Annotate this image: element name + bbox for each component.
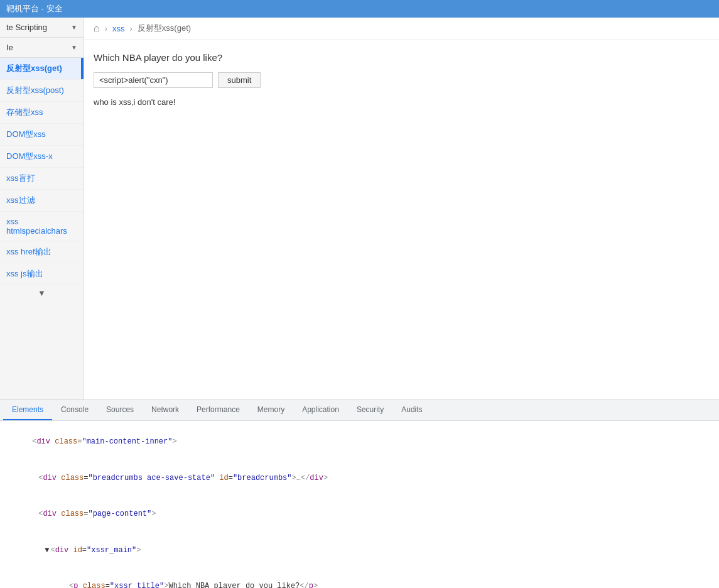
sidebar-item-label: xss htmlspecialchars (6, 217, 67, 236)
code-line-3: <div class="page-content"> (5, 496, 714, 533)
sidebar-item-label: xss href输出 (6, 247, 51, 256)
tab-security[interactable]: Security (348, 400, 392, 420)
breadcrumb-separator-1: › (105, 24, 107, 33)
breadcrumb: ⌂ › xss › 反射型xss(get) (84, 18, 719, 40)
breadcrumb-current: 反射型xss(get) (138, 23, 191, 34)
code-line-2: <div class="breadcrumbs ace-save-state" … (5, 460, 714, 497)
code-line-1: <div class="main-content-inner"> (5, 424, 714, 460)
devtools-tabs-bar: Elements Console Sources Network Perform… (0, 400, 719, 421)
sidebar-ie-label: Ie (6, 43, 13, 52)
tab-elements[interactable]: Elements (3, 400, 52, 420)
breadcrumb-separator-2: › (130, 24, 132, 33)
code-line-4[interactable]: <div id="xssr_main"> (5, 533, 714, 569)
sidebar-header-scripting[interactable]: te Scripting ▼ (0, 18, 84, 37)
tab-network[interactable]: Network (143, 400, 188, 420)
sidebar-item-label: 反射型xss(get) (6, 63, 62, 73)
sidebar-item-xss-htmlspecialchars[interactable]: xss htmlspecialchars (0, 212, 84, 241)
sidebar-item-label: xss js输出 (6, 269, 43, 278)
chevron-down-icon: ▼ (71, 24, 77, 31)
main-content: ⌂ › xss › 反射型xss(get) Which NBA player d… (84, 18, 719, 400)
message-input[interactable] (94, 72, 213, 88)
tab-audits[interactable]: Audits (392, 400, 431, 420)
sidebar-item-label: DOM型xss (6, 129, 46, 139)
page-content-area: Which NBA player do you like? submit who… (84, 40, 719, 119)
sidebar-item-label: xss盲打 (6, 173, 35, 183)
sidebar-section-scripting: te Scripting ▼ (0, 18, 84, 38)
devtools-panel: Elements Console Sources Network Perform… (0, 400, 719, 588)
sidebar-item-label: 反射型xss(post) (6, 85, 64, 95)
sidebar-scroll-down[interactable]: ▼ (0, 285, 84, 301)
submit-button[interactable]: submit (218, 72, 261, 88)
top-bar: 靶机平台 - 安全 (0, 0, 719, 18)
sidebar-header-ie[interactable]: Ie ▼ (0, 38, 84, 57)
tab-console[interactable]: Console (52, 400, 97, 420)
sidebar-item-xss-href[interactable]: xss href输出 (0, 241, 84, 263)
breadcrumb-link-xss[interactable]: xss (112, 24, 125, 33)
sidebar-scripting-label: te Scripting (6, 23, 47, 32)
tab-application[interactable]: Application (293, 400, 348, 420)
sidebar: te Scripting ▼ Ie ▼ 反射型xss(get) 反射型xss(p… (0, 18, 84, 400)
main-layout: te Scripting ▼ Ie ▼ 反射型xss(get) 反射型xss(p… (0, 18, 719, 400)
top-bar-text: 靶机平台 - 安全 (6, 3, 63, 14)
chevron-down-icon-2: ▼ (71, 44, 77, 51)
devtools-elements-panel: <div class="main-content-inner"> <div cl… (0, 421, 719, 588)
sidebar-item-stored-xss[interactable]: 存储型xss (0, 102, 84, 124)
xss-form: submit (94, 72, 710, 88)
tab-sources[interactable]: Sources (97, 400, 143, 420)
sidebar-item-label: DOM型xss-x (6, 151, 53, 161)
sidebar-item-dom-xss[interactable]: DOM型xss (0, 124, 84, 146)
sidebar-item-xss-post[interactable]: 反射型xss(post) (0, 80, 84, 102)
page-title: Which NBA player do you like? (94, 52, 710, 63)
notice-text: who is xss,i don't care! (94, 97, 710, 107)
sidebar-item-label: 存储型xss (6, 107, 43, 117)
sidebar-item-xss-blind[interactable]: xss盲打 (0, 168, 84, 190)
chevron-down-icon-3: ▼ (38, 288, 46, 298)
code-line-5: <p class="xssr_title">Which NBA player d… (5, 569, 714, 588)
sidebar-item-xss-filter[interactable]: xss过滤 (0, 190, 84, 212)
sidebar-item-xss-js[interactable]: xss js输出 (0, 263, 84, 285)
tab-memory[interactable]: Memory (249, 400, 293, 420)
sidebar-section-ie: Ie ▼ (0, 38, 84, 58)
sidebar-item-xss-get[interactable]: 反射型xss(get) (0, 58, 84, 80)
tab-performance[interactable]: Performance (188, 400, 249, 420)
sidebar-item-label: xss过滤 (6, 195, 35, 205)
home-icon[interactable]: ⌂ (94, 23, 100, 34)
sidebar-item-dom-xss-x[interactable]: DOM型xss-x (0, 146, 84, 168)
